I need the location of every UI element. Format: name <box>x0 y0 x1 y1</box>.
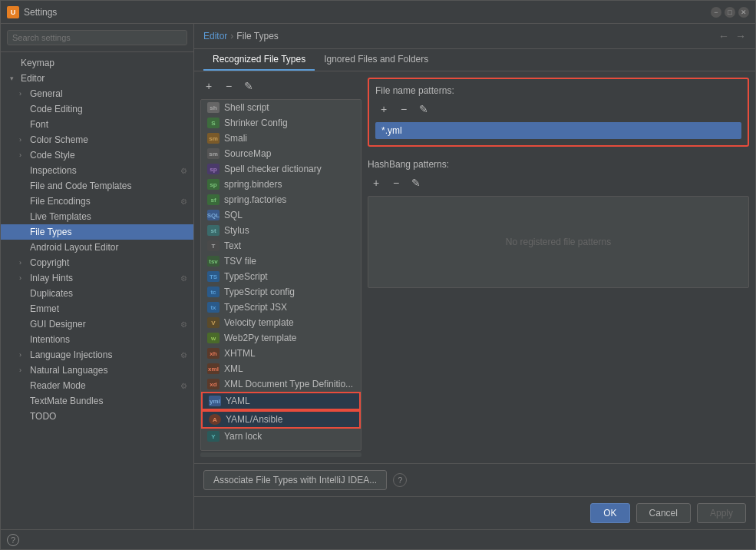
apply-button[interactable]: Apply <box>697 503 746 523</box>
tab-ignored[interactable]: Ignored Files and Folders <box>315 49 437 71</box>
list-item[interactable]: tc TypeScript config <box>201 284 361 300</box>
sidebar: Keymap ▾ Editor › General Code Editing <box>1 24 194 529</box>
sidebar-item-label: Inspections <box>30 165 77 176</box>
close-button[interactable]: ✕ <box>738 7 749 18</box>
file-name-patterns-section: File name patterns: + − ✎ *.yml <box>368 78 749 147</box>
sidebar-item-font[interactable]: Font <box>1 117 193 132</box>
sidebar-item-label: Live Templates <box>30 211 91 222</box>
sidebar-item-label: Keymap <box>21 58 54 68</box>
sidebar-item-code-editing[interactable]: Code Editing <box>1 101 193 117</box>
hashbang-toolbar: + − ✎ <box>368 174 749 191</box>
list-item[interactable]: sm SourceMap <box>201 146 361 161</box>
maximize-button[interactable]: □ <box>725 7 735 18</box>
remove-hashbang-button[interactable]: − <box>388 174 404 191</box>
cancel-button[interactable]: Cancel <box>636 503 691 523</box>
list-item[interactable]: sm Smali <box>201 131 361 146</box>
file-icon: T <box>207 240 220 251</box>
sidebar-item-code-style[interactable]: › Code Style <box>1 147 193 163</box>
sidebar-item-editor[interactable]: ▾ Editor <box>1 71 193 86</box>
search-input[interactable] <box>7 30 187 45</box>
file-type-label: Velocity template <box>224 317 294 328</box>
sidebar-item-textmate-bundles[interactable]: TextMate Bundles <box>1 393 193 409</box>
list-item[interactable]: sf spring.factories <box>201 192 361 207</box>
patterns-toolbar: + − ✎ <box>375 101 741 118</box>
file-icon: Y <box>207 431 220 442</box>
add-file-type-button[interactable]: + <box>200 78 217 94</box>
list-item[interactable]: SQL SQL <box>201 207 361 223</box>
edit-hashbang-button[interactable]: ✎ <box>408 174 424 191</box>
arrow-icon: › <box>19 259 27 267</box>
settings-window: U Settings − □ ✕ Keymap ▾ Editor <box>0 0 756 550</box>
sidebar-item-language-injections[interactable]: › Language Injections ⚙ <box>1 347 193 363</box>
sidebar-item-copyright[interactable]: › Copyright <box>1 255 193 270</box>
sidebar-item-duplicates[interactable]: Duplicates <box>1 286 193 301</box>
forward-button[interactable]: → <box>735 30 746 42</box>
file-type-label: Smali <box>224 133 247 144</box>
edit-pattern-button[interactable]: ✎ <box>415 101 432 118</box>
horizontal-scrollbar[interactable] <box>200 452 361 457</box>
file-type-label: Yarn lock <box>224 431 262 442</box>
sidebar-item-android-layout[interactable]: Android Layout Editor <box>1 240 193 255</box>
remove-pattern-button[interactable]: − <box>395 101 412 118</box>
sidebar-item-label: Editor <box>21 73 45 84</box>
tab-recognized[interactable]: Recognized File Types <box>203 49 315 71</box>
sidebar-item-inspections[interactable]: Inspections ⚙ <box>1 163 193 178</box>
list-item[interactable]: tx TypeScript JSX <box>201 300 361 315</box>
back-button[interactable]: ← <box>718 30 729 42</box>
list-item[interactable]: sp spring.binders <box>201 177 361 192</box>
settings-icon: ⚙ <box>180 197 187 206</box>
add-hashbang-button[interactable]: + <box>368 174 385 191</box>
list-item[interactable]: Y Yarn lock <box>201 429 361 444</box>
list-item[interactable]: T Text <box>201 238 361 253</box>
main-content: Keymap ▾ Editor › General Code Editing <box>1 24 755 529</box>
sidebar-item-file-encodings[interactable]: File Encodings ⚙ <box>1 194 193 209</box>
sidebar-item-label: Language Injections <box>30 350 112 360</box>
ok-button[interactable]: OK <box>590 503 629 523</box>
sidebar-item-inlay-hints[interactable]: › Inlay Hints ⚙ <box>1 270 193 286</box>
file-type-label: XML Document Type Definitio... <box>224 379 353 389</box>
help-icon[interactable]: ? <box>393 473 407 487</box>
associate-button[interactable]: Associate File Types with IntelliJ IDEA.… <box>203 470 387 490</box>
list-item[interactable]: tsv TSV file <box>201 253 361 269</box>
list-item[interactable]: w Web2Py template <box>201 330 361 346</box>
list-item[interactable]: xh XHTML <box>201 346 361 361</box>
list-item[interactable]: TS TypeScript <box>201 269 361 284</box>
sidebar-item-color-scheme[interactable]: › Color Scheme <box>1 132 193 147</box>
sidebar-item-label: Android Layout Editor <box>30 242 118 253</box>
list-item-yaml[interactable]: yml YAML <box>201 392 361 410</box>
remove-file-type-button[interactable]: − <box>220 78 237 94</box>
list-item-yaml-ansible[interactable]: A YAML/Ansible <box>201 410 361 429</box>
file-type-label: Text <box>224 240 241 251</box>
list-item[interactable]: sh Shell script <box>201 100 361 115</box>
sidebar-item-file-types[interactable]: File Types <box>1 224 193 240</box>
sidebar-item-keymap[interactable]: Keymap <box>1 55 193 71</box>
list-item[interactable]: st Stylus <box>201 223 361 238</box>
sidebar-item-reader-mode[interactable]: Reader Mode ⚙ <box>1 378 193 393</box>
arrow-icon: › <box>19 366 27 374</box>
arrow-icon: › <box>19 90 27 98</box>
minimize-button[interactable]: − <box>711 7 721 18</box>
file-type-label: XML <box>224 363 243 374</box>
breadcrumb-parent[interactable]: Editor <box>203 31 227 41</box>
list-item[interactable]: xml XML <box>201 361 361 376</box>
list-item[interactable]: S Shrinker Config <box>201 115 361 131</box>
add-pattern-button[interactable]: + <box>375 101 392 118</box>
list-item[interactable]: V Velocity template <box>201 315 361 330</box>
file-icon: S <box>207 118 220 128</box>
edit-file-type-button[interactable]: ✎ <box>240 78 257 94</box>
no-patterns-text: No registered file patterns <box>490 221 626 263</box>
sidebar-item-live-templates[interactable]: Live Templates <box>1 209 193 224</box>
status-help-icon[interactable]: ? <box>7 534 19 546</box>
sidebar-item-general[interactable]: › General <box>1 86 193 101</box>
titlebar: U Settings − □ ✕ <box>1 1 755 24</box>
sidebar-item-natural-languages[interactable]: › Natural Languages <box>1 363 193 378</box>
sidebar-item-file-code-templates[interactable]: File and Code Templates <box>1 178 193 194</box>
list-item[interactable]: sp Spell checker dictionary <box>201 161 361 177</box>
sidebar-item-intentions[interactable]: Intentions <box>1 332 193 347</box>
sidebar-item-gui-designer[interactable]: GUI Designer ⚙ <box>1 316 193 332</box>
sidebar-item-emmet[interactable]: Emmet <box>1 301 193 316</box>
settings-tree: Keymap ▾ Editor › General Code Editing <box>1 52 193 529</box>
pattern-item[interactable]: *.yml <box>375 122 741 139</box>
list-item[interactable]: xd XML Document Type Definitio... <box>201 376 361 392</box>
sidebar-item-todo[interactable]: TODO <box>1 409 193 424</box>
